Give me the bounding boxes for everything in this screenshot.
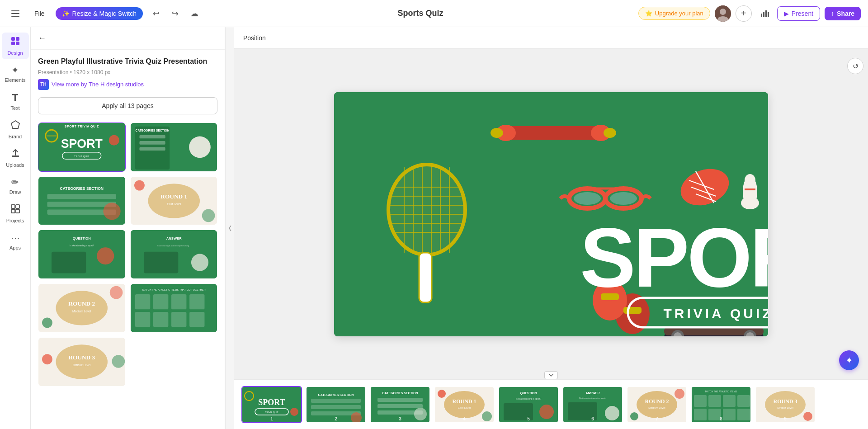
sidebar-item-elements[interactable]: ✦ Elements	[2, 61, 29, 86]
svg-point-178	[675, 389, 684, 399]
svg-text:ROUND 2: ROUND 2	[645, 398, 669, 405]
svg-rect-148	[311, 405, 361, 409]
sidebar-item-design[interactable]: Design	[2, 33, 29, 59]
svg-marker-11	[11, 121, 19, 128]
undo-button[interactable]: ↩	[148, 5, 165, 22]
uploads-icon	[10, 148, 20, 160]
refresh-button[interactable]: ↺	[847, 58, 863, 74]
author-link[interactable]: View more by The H design studios	[52, 81, 144, 88]
sidebar-item-text[interactable]: T Text	[2, 88, 29, 114]
svg-text:East Level: East Level	[167, 203, 181, 206]
collapse-panel-button[interactable]	[225, 27, 234, 429]
thumbnails-grid: SPORT TRIVIA QUIZ SPORT TRIVIA QUIZ	[38, 123, 217, 387]
sidebar-item-uploads[interactable]: Uploads	[2, 145, 29, 171]
filmstrip: SPORT TRIVIA QUIZ 1 CATEGORIES SECTION	[234, 379, 868, 429]
filmstrip-slide-3[interactable]: CATEGORIES SECTION 3	[370, 386, 430, 423]
filmstrip-slide-2[interactable]: CATEGORIES SECTION 2	[306, 386, 366, 423]
magic-switch-label: Resize & Magic Switch	[72, 10, 137, 17]
svg-point-162	[482, 411, 492, 421]
upgrade-button[interactable]: ⭐ Upgrade your plan	[638, 7, 710, 20]
analytics-button[interactable]	[756, 5, 773, 22]
thumbnail-8[interactable]: MATCH THE ATHLETIC ITEMS THAT GO TOGETHE…	[130, 283, 218, 333]
svg-rect-115	[623, 307, 642, 314]
svg-point-85	[610, 192, 637, 205]
author-row: TH View more by The H design studios	[38, 79, 217, 90]
cloud-save-button[interactable]: ☁	[186, 5, 203, 22]
back-button[interactable]: ←	[38, 33, 46, 43]
redo-button[interactable]: ↪	[167, 5, 184, 22]
svg-rect-65	[135, 312, 150, 327]
svg-point-167	[539, 405, 554, 419]
magic-switch-button[interactable]: ✨ Resize & Magic Switch	[56, 7, 143, 20]
svg-text:MATCH THE ATHLETIC ITEMS THAT : MATCH THE ATHLETIC ITEMS THAT GO TOGETHE…	[142, 289, 205, 292]
svg-point-144	[290, 408, 298, 416]
canvas-viewport[interactable]: SPORT TRIVIA QUIZ ↺ ✦	[234, 49, 868, 379]
ai-sparkle-button[interactable]: ✦	[839, 350, 859, 370]
filmstrip-slide-8[interactable]: MATCH THE ATHLETIC ITEMS 8	[691, 386, 751, 423]
thumbnail-2[interactable]: CATEGORIES SECTION	[130, 123, 218, 172]
svg-point-174	[637, 391, 677, 418]
svg-rect-46	[52, 252, 86, 273]
thumbnail-3[interactable]: CATEGORIES SECTION	[38, 176, 126, 226]
thumbnail-4[interactable]: ROUND 1 East Level	[130, 176, 218, 226]
present-button[interactable]: ▶ Present	[777, 6, 820, 21]
file-menu-button[interactable]: File	[29, 7, 50, 20]
menu-button[interactable]	[7, 5, 24, 22]
add-collaborator-button[interactable]: +	[736, 5, 752, 22]
filmstrip-num-6: 6	[591, 416, 594, 421]
filmstrip-slide-1[interactable]: SPORT TRIVIA QUIZ 1	[241, 386, 302, 423]
sidebar-item-draw[interactable]: ✏ Draw	[2, 173, 29, 198]
svg-point-70	[56, 344, 108, 379]
navbar-left: File ✨ Resize & Magic Switch ↩ ↪ ☁	[7, 5, 203, 22]
svg-rect-5	[765, 10, 767, 17]
share-button[interactable]: ↑ Share	[825, 7, 861, 20]
present-label: Present	[792, 10, 813, 17]
svg-text:CATEGORIES SECTION: CATEGORIES SECTION	[135, 129, 169, 132]
svg-text:ROUND 1: ROUND 1	[160, 193, 187, 199]
svg-rect-185	[694, 409, 707, 420]
svg-rect-153	[377, 398, 423, 402]
panel-header: ←	[31, 27, 225, 50]
share-icon: ↑	[831, 10, 834, 17]
filmstrip-slide-5[interactable]: QUESTION Is skateboarding a sport? 5	[498, 386, 559, 423]
filmstrip-num-3: 3	[399, 416, 401, 421]
svg-text:Skateboarding is an action spo: Skateboarding is an action sport...	[579, 397, 606, 399]
thumbnail-1[interactable]: SPORT TRIVIA QUIZ SPORT TRIVIA QUIZ	[38, 123, 126, 172]
avatar[interactable]	[715, 5, 731, 22]
svg-rect-7	[11, 37, 15, 41]
filmstrip-slide-6[interactable]: ANSWER Skateboarding is an action sport.…	[562, 386, 623, 423]
sidebar-item-brand[interactable]: Brand	[2, 116, 29, 143]
thumbnail-9[interactable]: ROUND 3 Difficult Level	[38, 337, 126, 387]
author-initials: TH	[40, 82, 46, 87]
sidebar-icons: Design ✦ Elements T Text Brand Uploads ✏…	[0, 27, 31, 429]
svg-rect-28	[139, 141, 165, 145]
thumbnail-6[interactable]: ANSWER Skateboarding is an action sport …	[130, 230, 218, 279]
upgrade-label: Upgrade your plan	[655, 10, 703, 17]
svg-text:ROUND 3: ROUND 3	[774, 398, 797, 405]
svg-text:ANSWER: ANSWER	[585, 391, 599, 395]
svg-rect-77	[506, 126, 601, 140]
filmstrip-slide-7[interactable]: ROUND 2 Medium Level 7	[627, 386, 687, 423]
left-panel: ← Green Playful Illustrative Trivia Quiz…	[31, 27, 225, 429]
filmstrip-num-4: 4	[463, 416, 466, 421]
apply-all-button[interactable]: Apply all 13 pages	[38, 97, 217, 114]
hide-filmstrip-button[interactable]	[544, 371, 558, 379]
main-slide[interactable]: SPORT TRIVIA QUIZ	[334, 92, 768, 336]
thumbnail-7[interactable]: ROUND 2 Medium Level	[38, 283, 126, 333]
svg-rect-10	[16, 42, 19, 45]
sidebar-item-projects[interactable]: Projects	[2, 200, 29, 227]
nav-actions: ↩ ↪ ☁	[148, 5, 203, 22]
svg-rect-66	[153, 312, 168, 327]
svg-point-38	[148, 184, 199, 218]
sidebar-item-apps[interactable]: ⋯ Apps	[2, 229, 29, 254]
svg-text:Medium Level: Medium Level	[72, 310, 91, 313]
filmstrip-slide-4[interactable]: ROUND 1 East Level 4	[434, 386, 495, 423]
svg-rect-183	[723, 395, 736, 407]
svg-rect-61	[135, 294, 150, 309]
filmstrip-slide-9[interactable]: ROUND 3 Difficult Level 9	[755, 386, 816, 423]
svg-text:TRIVIA QUIZ: TRIVIA QUIZ	[663, 306, 768, 321]
svg-rect-12	[12, 156, 19, 157]
thumbnail-5[interactable]: QUESTION Is skateboarding a sport?	[38, 230, 126, 279]
svg-text:East Level: East Level	[458, 406, 471, 409]
svg-rect-64	[189, 294, 204, 309]
